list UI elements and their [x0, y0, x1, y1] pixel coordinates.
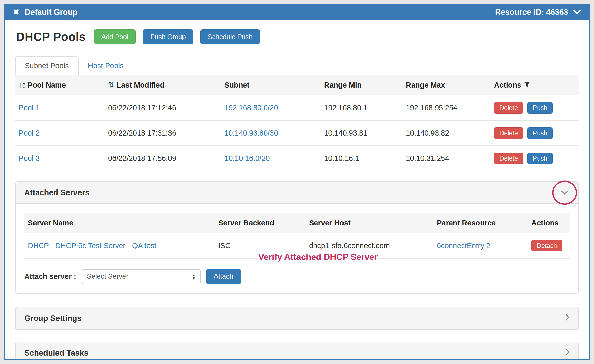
last-modified-value: 06/22/2018 17:12:46	[105, 95, 221, 120]
attached-servers-panel: Attached Servers	[15, 181, 579, 294]
titlebar: ✖ Default Group Resource ID: 46363	[5, 5, 589, 20]
header-server-host: Server Host	[305, 213, 433, 233]
header-actions: Actions	[490, 75, 579, 95]
collapse-chevron-down-icon[interactable]	[559, 190, 570, 196]
delete-button[interactable]: Delete	[494, 102, 523, 114]
sort-arrow: ↓	[19, 82, 22, 89]
table-row: Pool 3 06/22/2018 17:56:09 10.10.16.0/20…	[15, 146, 579, 171]
sort-icon[interactable]: ⇅	[108, 81, 114, 89]
server-backend-value: ISC	[215, 233, 305, 258]
pool-link[interactable]: Pool 3	[19, 154, 40, 162]
group-settings-panel[interactable]: Group Settings	[15, 307, 579, 330]
scheduled-tasks-panel[interactable]: Scheduled Tasks	[15, 342, 579, 360]
attached-servers-body: Server Name Server Backend Server Host P…	[16, 204, 578, 293]
header-server-actions: Actions	[528, 213, 570, 233]
attached-servers-title: Attached Servers	[24, 188, 89, 197]
content-area: DHCP Pools Add Pool Push Group Schedule …	[5, 20, 589, 360]
tab-host-pools[interactable]: Host Pools	[79, 57, 133, 75]
header-server-name: Server Name	[24, 213, 215, 233]
pool-tabs: Subnet Pools Host Pools	[15, 56, 579, 75]
chevron-down-icon[interactable]	[573, 9, 581, 15]
attached-servers-header[interactable]: Attached Servers	[16, 182, 578, 204]
add-pool-button[interactable]: Add Pool	[94, 29, 136, 44]
attach-server-label: Attach server :	[24, 272, 76, 281]
last-modified-value: 06/22/2018 17:56:09	[105, 146, 221, 171]
header-last-modified[interactable]: ⇅ Last Modified	[105, 75, 221, 95]
select-arrows-icon: ▲▼	[192, 274, 196, 280]
range-max-value: 10.140.93.82	[402, 120, 490, 146]
default-group-window: ✖ Default Group Resource ID: 46363 DHCP …	[4, 4, 590, 360]
subnet-link[interactable]: 192.168.80.0/20	[224, 104, 278, 112]
subnet-link[interactable]: 10.10.16.0/20	[224, 154, 270, 162]
delete-button[interactable]: Delete	[494, 127, 523, 139]
table-row: DHCP - DHCP 6c Test Server - QA test ISC…	[24, 233, 570, 258]
attach-server-row: Attach server : Select Server ▲▼ Attach	[24, 269, 570, 284]
table-row: Pool 2 06/22/2018 17:31:36 10.140.93.80/…	[15, 120, 579, 146]
header-server-backend: Server Backend	[215, 213, 305, 233]
dhcp-pools-table: ↓ AZ Pool Name ⇅ Last Modified	[15, 75, 579, 171]
last-modified-value: 06/22/2018 17:31:36	[105, 120, 221, 146]
tab-subnet-pools[interactable]: Subnet Pools	[15, 56, 79, 75]
pools-table-header-row: ↓ AZ Pool Name ⇅ Last Modified	[15, 75, 579, 95]
group-settings-title: Group Settings	[24, 314, 82, 323]
attach-button[interactable]: Attach	[206, 269, 241, 284]
push-group-button[interactable]: Push Group	[143, 29, 193, 44]
filter-funnel-icon[interactable]	[524, 81, 530, 89]
push-button[interactable]: Push	[527, 153, 553, 164]
screenshot-viewport: ✖ Default Group Resource ID: 46363 DHCP …	[0, 0, 594, 364]
header-range-min: Range Min	[321, 75, 402, 95]
table-row: Pool 1 06/22/2018 17:12:46 192.168.80.0/…	[15, 95, 579, 120]
server-select-value: Select Server	[87, 273, 128, 281]
resource-id-label: Resource ID: 46363	[495, 8, 568, 17]
chevron-right-icon	[565, 348, 570, 358]
detach-button[interactable]: Detach	[531, 240, 562, 251]
actions-header-label: Actions	[494, 81, 521, 89]
attached-servers-table: Server Name Server Backend Server Host P…	[24, 213, 570, 259]
header-subnet: Subnet	[221, 75, 321, 95]
header-parent-resource: Parent Resource	[433, 213, 528, 233]
close-icon[interactable]: ✖	[13, 9, 19, 16]
server-host-value: dhcp1-sfo.6connect.com	[305, 233, 433, 258]
pool-link[interactable]: Pool 1	[19, 104, 40, 112]
sort-alpha-icon[interactable]: ↓ AZ	[19, 82, 25, 89]
pool-link[interactable]: Pool 2	[19, 129, 40, 137]
subnet-link[interactable]: 10.140.93.80/30	[224, 129, 278, 137]
range-min-value: 192.168.80.1	[321, 95, 402, 120]
range-min-value: 10.10.16.1	[321, 146, 402, 171]
server-select[interactable]: Select Server ▲▼	[82, 269, 201, 284]
window-title: Default Group	[25, 8, 77, 17]
chevron-right-icon	[565, 313, 570, 323]
push-button[interactable]: Push	[527, 127, 553, 139]
scheduled-tasks-title: Scheduled Tasks	[24, 348, 88, 358]
header-range-max: Range Max	[402, 75, 490, 95]
last-modified-header-label: Last Modified	[117, 81, 164, 89]
delete-button[interactable]: Delete	[494, 153, 523, 164]
parent-resource-link[interactable]: 6connectEntry 2	[437, 241, 490, 250]
schedule-push-button[interactable]: Schedule Push	[200, 29, 260, 44]
header-pool-name[interactable]: ↓ AZ Pool Name	[15, 75, 105, 95]
page-title: DHCP Pools	[16, 30, 86, 44]
range-max-value: 192.168.95.254	[402, 95, 490, 120]
range-max-value: 10.10.31.254	[402, 146, 490, 171]
push-button[interactable]: Push	[527, 102, 553, 114]
range-min-value: 10.140.93.81	[321, 120, 402, 146]
server-name-link[interactable]: DHCP - DHCP 6c Test Server - QA test	[28, 241, 156, 250]
heading-row: DHCP Pools Add Pool Push Group Schedule …	[15, 29, 579, 44]
server-table-header-row: Server Name Server Backend Server Host P…	[24, 213, 570, 233]
pool-name-header-label: Pool Name	[28, 81, 66, 89]
